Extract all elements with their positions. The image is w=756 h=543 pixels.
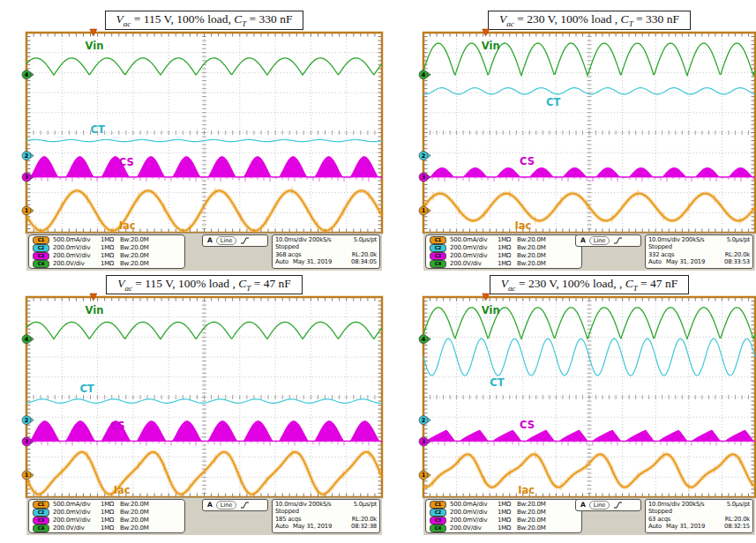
channel-row-C2: C2200.0mV/div1MΩBw:20.0M xyxy=(430,244,578,252)
title-seg1: = 115 V, 100% load , xyxy=(132,277,238,290)
scope-panel-tr: Vac = 230 V, 100% load , CT = 330 nF Vin… xyxy=(423,11,755,271)
channel-bandwidth: Bw:20.0M xyxy=(517,252,546,259)
title-var-c: C xyxy=(621,12,629,26)
iac-label: Iac xyxy=(119,219,136,231)
channel-bandwidth: Bw:20.0M xyxy=(517,524,546,532)
channel-scale: 500.0mA/div xyxy=(53,501,97,508)
timebase-scale: 10.0ms/div 200kS/s xyxy=(648,502,704,509)
title-sub-ac: ac xyxy=(508,284,516,293)
trigger-label: A xyxy=(580,236,586,244)
channel-impedance: 1MΩ xyxy=(498,524,513,532)
channel-marker-number: 4 xyxy=(422,71,426,78)
channel-marker-number: 1 xyxy=(422,207,426,214)
cs-label: CS xyxy=(520,155,535,167)
channel-row-C3: C3200.0mV/div1MΩBw:20.0M xyxy=(430,252,578,260)
title-var-c: C xyxy=(234,12,242,26)
rising-edge-icon xyxy=(613,501,623,510)
cs-label: CS xyxy=(119,156,134,168)
channel-row-C4: C4200.0V/div1MΩBw:20.0M xyxy=(430,524,578,532)
channel-impedance: 1MΩ xyxy=(498,260,513,267)
channel-bandwidth: Bw:20.0M xyxy=(120,244,149,251)
channel-scale: 200.0mV/div xyxy=(53,509,97,516)
title-seg1: = 230 V, 100% load, , xyxy=(516,277,625,290)
channel-badge: C3 xyxy=(33,252,49,260)
date-label: May 31, 2019 xyxy=(293,524,332,531)
channel-row-C1: C1500.0mA/div1MΩBw:20.0M xyxy=(33,501,181,509)
channel-marker-number: 3 xyxy=(25,438,29,445)
channel-scale: 200.0mV/div xyxy=(53,517,97,524)
record-length: RL:20.0k xyxy=(352,252,377,259)
title-sub-ac: ac xyxy=(506,19,514,28)
timebase-resolution: 5.0μs/pt xyxy=(727,237,750,244)
trigger-source: Line xyxy=(589,236,610,245)
acquisition-state: Stopped xyxy=(648,509,672,516)
title-var-c: C xyxy=(625,277,633,290)
record-length: RL:20.0k xyxy=(725,252,750,259)
channel-marker-number: 4 xyxy=(25,335,29,342)
channel-impedance: 1MΩ xyxy=(498,252,513,259)
panel-title: Vac = 115 V, 100% load, CT = 330 nF xyxy=(105,11,304,30)
channel-bandwidth: Bw:20.0M xyxy=(120,252,149,259)
channel-badge: C4 xyxy=(33,524,49,532)
acquisition-count: 332 acqs xyxy=(648,252,674,259)
trigger-label: A xyxy=(580,501,586,509)
channel-bandwidth: Bw:20.0M xyxy=(120,524,149,532)
channel-row-C2: C2200.0mV/div1MΩBw:20.0M xyxy=(430,509,578,517)
timebase-resolution: 5.0μs/pt xyxy=(354,502,377,509)
iac-label: Iac xyxy=(114,483,131,495)
iac-label: Iac xyxy=(518,483,535,495)
channel-impedance: 1MΩ xyxy=(101,244,116,251)
date-label: May 31, 2019 xyxy=(293,259,332,266)
ct-label: CT xyxy=(91,123,105,135)
channel-row-C3: C3200.0mV/div1MΩBw:20.0M xyxy=(430,517,578,524)
channel-scale: 200.0V/div xyxy=(53,524,97,532)
channel-row-C2: C2200.0mV/div1MΩBw:20.0M xyxy=(33,509,181,517)
channel-row-C1: C1500.0mA/div1MΩBw:20.0M xyxy=(33,236,181,244)
title-seg1: = 230 V, 100% load , xyxy=(514,12,621,26)
channel-scale: 200.0V/div xyxy=(450,524,494,532)
title-var-c: C xyxy=(238,277,246,290)
channel-scale: 200.0V/div xyxy=(53,260,97,267)
channel-badge: C1 xyxy=(33,236,49,244)
acquisition-count: 368 acqs xyxy=(275,252,301,259)
channel-bandwidth: Bw:20.0M xyxy=(517,509,546,516)
channel-bandwidth: Bw:20.0M xyxy=(120,236,149,243)
channel-row-C4: C4200.0V/div1MΩBw:20.0M xyxy=(33,524,181,532)
channel-bandwidth: Bw:20.0M xyxy=(517,517,546,524)
scope-panel-bl: Vac = 115 V, 100% load , CT = 47 nF VinC… xyxy=(26,275,382,535)
scope-graticule: VinCTCSIac4231 xyxy=(418,28,756,237)
channel-scale: 200.0mV/div xyxy=(450,509,494,516)
vin-label: Vin xyxy=(482,40,500,52)
scope-screen: VinCTCSIac4231 xyxy=(26,33,382,233)
figure-canvas: { "colors": { "frame": "#bf7d1e", "grid_… xyxy=(0,0,756,543)
timebase-scale: 10.0ms/div 200kS/s xyxy=(648,237,704,244)
scope-graticule: VinCTCSIac4231 xyxy=(21,293,387,502)
channel-badge: C2 xyxy=(430,244,446,252)
channel-bandwidth: Bw:20.0M xyxy=(517,244,546,251)
channel-badge: C3 xyxy=(430,252,446,260)
channel-scale: 500.0mA/div xyxy=(53,236,97,243)
trigger-source: Line xyxy=(216,501,237,510)
ct-label: CT xyxy=(79,383,94,395)
scope-screen: VinCTCSIac4231 xyxy=(423,33,755,233)
timebase-box: 10.0ms/div 200kS/s5.0μs/pt Stopped 185 a… xyxy=(272,499,380,533)
channel-badge: C3 xyxy=(33,517,49,524)
cs-label: CS xyxy=(110,420,125,432)
title-seg2: = 330 nF xyxy=(633,12,679,26)
channel-impedance: 1MΩ xyxy=(498,244,513,251)
record-length: RL:20.0k xyxy=(352,517,377,524)
acquisition-state: Stopped xyxy=(648,244,672,251)
channel-bandwidth: Bw:20.0M xyxy=(120,517,149,524)
title-seg1: = 115 V, 100% load, xyxy=(131,12,234,26)
trigger-label: A xyxy=(207,236,213,244)
ct-label: CT xyxy=(490,376,504,389)
trigger-mode: Auto xyxy=(275,524,288,531)
timebase-box: 10.0ms/div 200kS/s5.0μs/pt Stopped 368 a… xyxy=(272,234,380,269)
channel-scale: 200.0mV/div xyxy=(53,244,97,251)
trigger-mode: Auto xyxy=(648,259,662,266)
channel-impedance: 1MΩ xyxy=(101,509,116,516)
date-label: May 31, 2019 xyxy=(666,524,705,531)
title-seg2: = 47 nF xyxy=(251,277,291,290)
channel-settings-box: C1500.0mA/div1MΩBw:20.0MC2200.0mV/div1MΩ… xyxy=(425,499,582,533)
channel-row-C4: C4200.0V/div1MΩBw:20.0M xyxy=(33,260,181,268)
